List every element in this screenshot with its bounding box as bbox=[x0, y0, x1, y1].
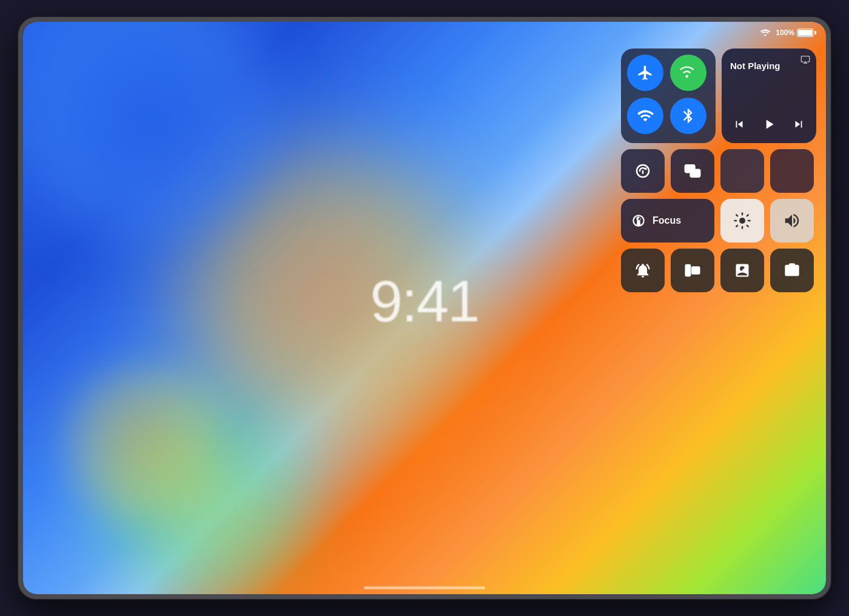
media-prev-button[interactable] bbox=[730, 115, 748, 133]
device-frame: 100% 9:41 bbox=[18, 17, 831, 599]
camera-tile[interactable] bbox=[770, 249, 814, 292]
cc-second-row bbox=[621, 149, 816, 193]
cellular-button[interactable] bbox=[670, 55, 706, 91]
media-controls bbox=[730, 114, 808, 135]
battery-fill bbox=[798, 30, 813, 36]
control-center: Not Playing bbox=[621, 49, 816, 292]
connectivity-block bbox=[621, 49, 716, 143]
not-playing-label: Not Playing bbox=[730, 61, 808, 71]
svg-point-4 bbox=[739, 218, 745, 224]
volume-tile[interactable] bbox=[770, 199, 814, 243]
battery-percent: 100% bbox=[776, 28, 794, 37]
cc-bottom-row bbox=[621, 249, 816, 292]
now-playing-block[interactable]: Not Playing bbox=[722, 49, 816, 143]
clock-display: 9:41 bbox=[371, 268, 479, 335]
quick-note-tile[interactable] bbox=[720, 249, 764, 292]
status-bar: 100% bbox=[23, 22, 826, 44]
home-indicator bbox=[364, 586, 485, 589]
focus-label: Focus bbox=[653, 215, 681, 226]
brightness-tile[interactable] bbox=[720, 199, 764, 243]
battery-icon bbox=[797, 28, 814, 37]
media-next-button[interactable] bbox=[790, 115, 808, 133]
airplane-mode-button[interactable] bbox=[627, 55, 663, 91]
wifi-status-icon bbox=[760, 28, 771, 38]
battery-container: 100% bbox=[776, 28, 814, 37]
mute-tile[interactable] bbox=[621, 249, 665, 292]
orientation-lock-tile[interactable] bbox=[621, 149, 665, 193]
svg-rect-6 bbox=[692, 267, 700, 274]
stage-manager-tile[interactable] bbox=[671, 249, 714, 292]
dark-tile-1[interactable] bbox=[720, 149, 764, 193]
wifi-button[interactable] bbox=[627, 98, 663, 134]
cc-third-row: Focus bbox=[621, 199, 816, 243]
cc-top-row: Not Playing bbox=[621, 49, 816, 143]
svg-rect-5 bbox=[685, 265, 690, 276]
clock-time: 9:41 bbox=[371, 268, 479, 335]
status-icons: 100% bbox=[760, 28, 814, 38]
screen: 100% 9:41 bbox=[23, 22, 826, 594]
airplay-icon bbox=[800, 55, 810, 66]
bluetooth-button[interactable] bbox=[670, 98, 706, 134]
dark-tile-2[interactable] bbox=[770, 149, 814, 193]
svg-rect-3 bbox=[690, 170, 700, 178]
wallpaper-blob4 bbox=[53, 352, 235, 534]
media-play-button[interactable] bbox=[759, 114, 779, 135]
screen-mirror-tile[interactable] bbox=[671, 149, 714, 193]
focus-tile[interactable]: Focus bbox=[621, 199, 714, 243]
